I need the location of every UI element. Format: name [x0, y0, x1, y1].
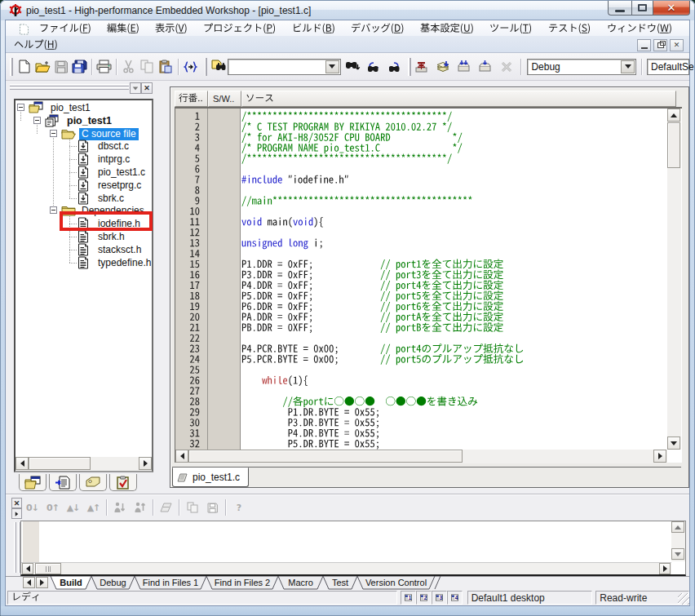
- session-combobox[interactable]: DefaultSe: [647, 59, 689, 75]
- save-button[interactable]: [202, 499, 223, 516]
- tree-expander[interactable]: [33, 117, 41, 124]
- scrollbar-thumb[interactable]: [29, 457, 91, 470]
- menu-test[interactable]: テスト(S): [541, 20, 600, 38]
- next-error-button[interactable]: 0↓: [22, 499, 42, 516]
- scroll-right-button[interactable]: [139, 457, 152, 470]
- next-bookmark-button[interactable]: [109, 499, 130, 516]
- menu-build[interactable]: ビルド(B): [285, 20, 343, 38]
- scroll-up-button[interactable]: [671, 521, 684, 533]
- column-header-sw-breakpoint[interactable]: S/W..: [208, 91, 241, 107]
- mdi-restore-button[interactable]: [653, 39, 667, 51]
- output-tab-macro[interactable]: Macro: [278, 576, 323, 589]
- menu-options[interactable]: 基本設定(U): [413, 20, 482, 38]
- menu-project[interactable]: プロジェクト(P): [196, 20, 285, 38]
- stop-build-button[interactable]: [498, 58, 516, 76]
- tree-item-C source file[interactable]: C source file: [79, 127, 139, 140]
- desktop-1-button[interactable]: 1: [401, 591, 416, 605]
- tree-expander[interactable]: [50, 206, 57, 214]
- build-all-button[interactable]: [455, 58, 474, 76]
- panel-menu-button[interactable]: [130, 82, 141, 94]
- scroll-right-button[interactable]: [653, 450, 666, 463]
- compile-file-button[interactable]: [413, 58, 432, 76]
- maximize-button[interactable]: [631, 1, 653, 16]
- build-button[interactable]: [434, 58, 453, 76]
- menu-tools[interactable]: ツール(T): [482, 20, 541, 38]
- output-tab-find-in-files-1[interactable]: Find in Files 1: [135, 576, 206, 589]
- find-dropdown-button[interactable]: [325, 60, 339, 73]
- output-content[interactable]: [20, 521, 686, 576]
- scrollbar-thumb[interactable]: [667, 122, 680, 168]
- menu-view[interactable]: 表示(V): [148, 20, 196, 38]
- configuration-combobox[interactable]: Debug: [527, 59, 636, 75]
- panel-close-button[interactable]: ✕: [141, 82, 153, 94]
- help-button[interactable]: ?: [228, 499, 249, 516]
- tree-item-sbrk-c[interactable]: sbrk.c: [95, 192, 126, 205]
- find-backward-button[interactable]: [365, 58, 383, 76]
- editor-vertical-scrollbar[interactable]: [667, 109, 681, 450]
- save-all-button[interactable]: [70, 58, 89, 76]
- next-item-button[interactable]: ▲↓: [63, 499, 83, 516]
- mdi-minimize-button[interactable]: [637, 39, 651, 51]
- update-all-dependencies-button[interactable]: [476, 58, 495, 76]
- cut-button[interactable]: [119, 58, 138, 76]
- previous-item-button[interactable]: ▲↑: [83, 499, 104, 516]
- menu-file[interactable]: ファイル(F): [32, 20, 100, 38]
- previous-bookmark-button[interactable]: [130, 499, 150, 516]
- tree-item-pio_test1[interactable]: pio_test1: [64, 114, 114, 127]
- output-tab-test[interactable]: Test: [323, 576, 357, 589]
- editor-horizontal-scrollbar[interactable]: [175, 450, 667, 463]
- previous-error-button[interactable]: 0↑: [42, 499, 63, 516]
- copy-button[interactable]: [182, 499, 202, 516]
- tree-expander[interactable]: [17, 104, 24, 111]
- find-in-files-button[interactable]: [209, 58, 228, 76]
- minimize-button[interactable]: [608, 1, 631, 16]
- tree-item-pio_test1-c[interactable]: pio_test1.c: [95, 166, 148, 179]
- scrollbar-thumb[interactable]: [35, 563, 61, 574]
- erase-button[interactable]: [156, 499, 176, 516]
- copy-button[interactable]: [138, 58, 157, 76]
- templates-tab[interactable]: [79, 474, 107, 491]
- find-forward-button[interactable]: [385, 58, 404, 76]
- scroll-left-button[interactable]: [22, 563, 33, 574]
- menu-debug[interactable]: デバッグ(D): [343, 20, 413, 38]
- scroll-down-button[interactable]: [671, 548, 684, 560]
- toolbar-gripper4[interactable]: [205, 58, 207, 76]
- test-tab[interactable]: [109, 474, 137, 491]
- resize-grip[interactable]: [678, 593, 689, 605]
- open-file-button[interactable]: [33, 58, 52, 76]
- output-tab-version-control[interactable]: Version Control: [357, 576, 435, 589]
- menu-window[interactable]: ウィンドウ(W): [600, 20, 680, 38]
- tree-item-resetprg-c[interactable]: resetprg.c: [95, 179, 144, 192]
- tree-item-dbsct-c[interactable]: dbsct.c: [95, 140, 131, 153]
- projects-tab[interactable]: [19, 474, 46, 491]
- scrollbar-thumb[interactable]: [188, 450, 463, 463]
- close-button[interactable]: ✕: [653, 1, 690, 16]
- configuration-dropdown-button[interactable]: [621, 60, 635, 73]
- save-file-button[interactable]: [52, 58, 71, 76]
- output-tab-debug[interactable]: Debug: [91, 576, 135, 589]
- find-next-button[interactable]: [343, 58, 362, 76]
- tree-horizontal-scrollbar[interactable]: [15, 457, 152, 471]
- desktop-4-button[interactable]: 4: [447, 591, 463, 605]
- output-expand-button[interactable]: [11, 508, 22, 519]
- scroll-down-button[interactable]: [667, 437, 680, 450]
- navigation-tab[interactable]: [49, 474, 77, 491]
- desktop-3-button[interactable]: 3: [432, 591, 447, 605]
- scroll-right-button[interactable]: [659, 563, 671, 574]
- toolbar-gripper2[interactable]: [11, 58, 13, 76]
- find-combobox[interactable]: [228, 59, 340, 75]
- output-close-button[interactable]: ✕: [11, 498, 22, 508]
- output-tab-find-in-files-2[interactable]: Find in Files 2: [206, 576, 278, 589]
- new-file-button[interactable]: [15, 58, 33, 76]
- panel-gripper[interactable]: [10, 84, 129, 86]
- document-tab-pio-test1[interactable]: pio_test1.c: [172, 468, 249, 487]
- paste-button[interactable]: [157, 58, 175, 76]
- scroll-left-button[interactable]: [175, 450, 188, 463]
- menu-edit[interactable]: 編集(E): [100, 20, 148, 38]
- column-header-source[interactable]: ソース: [241, 91, 676, 107]
- output-horizontal-scrollbar[interactable]: [21, 562, 671, 574]
- desktop-2-button[interactable]: 2: [416, 591, 432, 605]
- panel-gripper[interactable]: [10, 87, 129, 90]
- scroll-up-button[interactable]: [667, 109, 680, 122]
- output-gripper[interactable]: [14, 522, 16, 573]
